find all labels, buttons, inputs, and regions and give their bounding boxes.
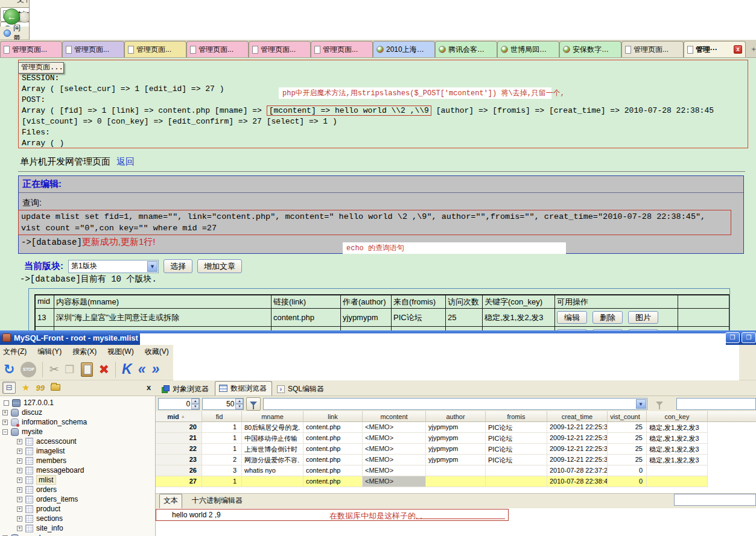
cell-mname[interactable]: whatis nyo — [242, 465, 303, 476]
tree-item[interactable]: + accesscount — [0, 437, 155, 446]
cell-link[interactable]: content.php — [303, 476, 363, 487]
select-dropdown-icon[interactable]: ▼ — [147, 261, 157, 272]
paste-button[interactable] — [81, 362, 93, 377]
cut-button[interactable]: ✂ — [49, 361, 59, 378]
grid-row[interactable]: 22 1 上海世博会倒计时 content.php <MEMO> yjypmyp… — [156, 444, 756, 455]
cell-fid[interactable]: 3 — [202, 465, 242, 476]
next-record-button[interactable]: » — [152, 361, 160, 377]
prev-record-button[interactable]: « — [138, 361, 146, 377]
add-article-button[interactable]: 增加文章 — [197, 259, 242, 273]
cell-creat-time[interactable]: 2010-07-28 22:38:45 — [547, 476, 608, 487]
cell-fid[interactable]: 1 — [202, 422, 242, 433]
browser-tab[interactable]: 管理··· x — [684, 41, 746, 57]
tree-item[interactable]: − mysite — [0, 427, 155, 437]
browser-tab[interactable]: 腾讯会客… x — [435, 41, 497, 57]
copy-button[interactable]: ❐ — [65, 361, 74, 378]
cell-mcontent[interactable]: <MEMO> — [363, 433, 426, 444]
tree-item[interactable]: + mysql — [0, 533, 155, 536]
delete-button[interactable]: ✖ — [99, 361, 110, 378]
choose-button[interactable]: 选择 — [164, 259, 192, 273]
editor-side-input[interactable] — [674, 494, 756, 506]
menu-item[interactable]: 文件(Z) — [3, 347, 27, 357]
cell-creat-time[interactable]: 2009-12-21 22:25:32 — [547, 433, 608, 444]
cell-mcontent[interactable]: <MEMO> — [363, 476, 426, 487]
grid-col-mname[interactable]: mname — [242, 411, 303, 422]
grid-col-fromis[interactable]: fromis — [486, 411, 547, 422]
cell-mid[interactable]: 22 — [156, 444, 202, 455]
browser-tab[interactable]: 管理页面... x — [621, 41, 684, 57]
back-button[interactable]: ← — [4, 8, 20, 25]
menu-item[interactable]: 收藏(V) — [145, 347, 169, 357]
expand-toggle[interactable]: + — [17, 497, 22, 502]
cell-author[interactable] — [426, 476, 486, 487]
cell-fid[interactable]: 1 — [202, 476, 242, 487]
expand-toggle[interactable]: + — [17, 506, 22, 512]
cell-link[interactable]: content.php — [303, 444, 363, 455]
browser-tab[interactable]: 管理页面... x — [124, 41, 186, 57]
expand-toggle[interactable]: + — [2, 410, 8, 415]
cell-mid[interactable]: 20 — [156, 422, 202, 433]
cell-con-key[interactable]: 稳定,发1,发2,发3 — [647, 455, 708, 465]
new-tab-button[interactable]: + — [749, 45, 756, 54]
tab-text-editor[interactable]: 文本 — [159, 494, 182, 508]
cell-author[interactable]: yjypmypm — [426, 422, 486, 433]
cell-con-key[interactable] — [647, 465, 708, 476]
combo-dropdown-icon[interactable]: ▼ — [636, 399, 646, 409]
cell-con-key[interactable]: 稳定,发1,发2,发3 — [647, 444, 708, 455]
tree-item[interactable]: + information_schema — [0, 417, 155, 427]
grid-col-creat-time[interactable]: creat_time — [547, 411, 608, 422]
tab-hex-editor[interactable]: 十六进制编辑器 — [188, 494, 246, 508]
op-button[interactable]: 图片 — [628, 311, 658, 324]
menu-item[interactable]: 视图(W) — [107, 347, 133, 357]
grid-row[interactable]: 27 1 content.php <MEMO> 2010-07-28 22:38… — [156, 476, 756, 487]
first-record-button[interactable]: K — [122, 361, 132, 377]
cell-link[interactable]: content.php — [303, 455, 363, 465]
browser-tab[interactable]: 管理页面... x — [62, 41, 124, 57]
cell-fid[interactable]: 2 — [202, 455, 242, 465]
cell-creat-time[interactable]: 2009-12-21 22:25:32 — [547, 455, 608, 465]
apply-limit-button[interactable] — [246, 397, 261, 411]
expand-toggle[interactable]: + — [17, 526, 22, 531]
menu-item[interactable]: 编辑(Y) — [37, 347, 62, 357]
expand-toggle[interactable]: + — [2, 420, 8, 425]
grid-col-mcontent[interactable]: mcontent — [363, 411, 426, 422]
tree-item[interactable]: + mlist — [0, 475, 155, 485]
limit-spinner[interactable]: 50 ▲▼ — [202, 398, 244, 410]
memo-editor-area[interactable]: hello world 2 ,9 在数据库中却是这样子的. . — [156, 508, 756, 536]
spinner-arrows[interactable]: ▲▼ — [235, 399, 243, 409]
cell-mid[interactable]: 27 — [156, 476, 202, 487]
expand-toggle[interactable]: + — [17, 478, 22, 483]
cell-mid[interactable]: 21 — [156, 433, 202, 444]
cell-vist-count[interactable]: 25 — [608, 433, 647, 444]
cell-fromis[interactable]: PIC论坛 — [486, 422, 547, 433]
cell-vist-count[interactable]: 25 — [608, 444, 647, 455]
cell-fromis[interactable]: PIC论坛 — [486, 444, 547, 455]
expand-toggle[interactable]: + — [17, 468, 22, 473]
tree-item[interactable]: + sections — [0, 514, 155, 523]
browser-tab[interactable]: 安保数字… x — [559, 41, 621, 57]
op-button[interactable]: 编辑 — [557, 311, 587, 324]
minimize-button[interactable]: ❐ — [725, 332, 740, 343]
cell-vist-count[interactable]: 0 — [608, 465, 647, 476]
grid-row[interactable]: 26 3 whatis nyo content.php <MEMO> 2010-… — [156, 465, 756, 476]
tree-view-toggle-button[interactable]: ⊟ — [2, 382, 16, 394]
grid-col-fid[interactable]: fid — [202, 411, 242, 422]
filter-combobox[interactable]: ▼ — [263, 398, 647, 410]
tree-item[interactable]: + discuz — [0, 408, 155, 417]
op-button[interactable]: 删除 — [592, 311, 623, 324]
cell-vist-count[interactable]: 0 — [608, 476, 647, 487]
expand-toggle[interactable]: + — [17, 516, 22, 522]
cell-mname[interactable]: 上海世博会倒计时 — [242, 444, 303, 455]
cell-link[interactable]: content.php — [303, 465, 363, 476]
folder-icon[interactable] — [51, 384, 60, 391]
grid-row[interactable]: 21 1 中国移动停止传输 content.php <MEMO> yjypmyp… — [156, 433, 756, 444]
browser-tab[interactable]: 2010上海… x — [373, 41, 435, 57]
cell-con-key[interactable]: 稳定,发1,发2,发3 — [647, 433, 708, 444]
cell-author[interactable] — [426, 465, 486, 476]
keys-icon[interactable]: 99 — [36, 383, 44, 393]
grid-col-vist-count[interactable]: vist_count — [608, 411, 647, 422]
browser-tab[interactable]: 世博局回… x — [497, 41, 559, 57]
browser-tab[interactable]: 管理页面... x — [0, 41, 62, 57]
expand-toggle[interactable]: + — [17, 458, 22, 464]
offset-spinner[interactable]: 0 ▲▼ — [158, 398, 200, 410]
